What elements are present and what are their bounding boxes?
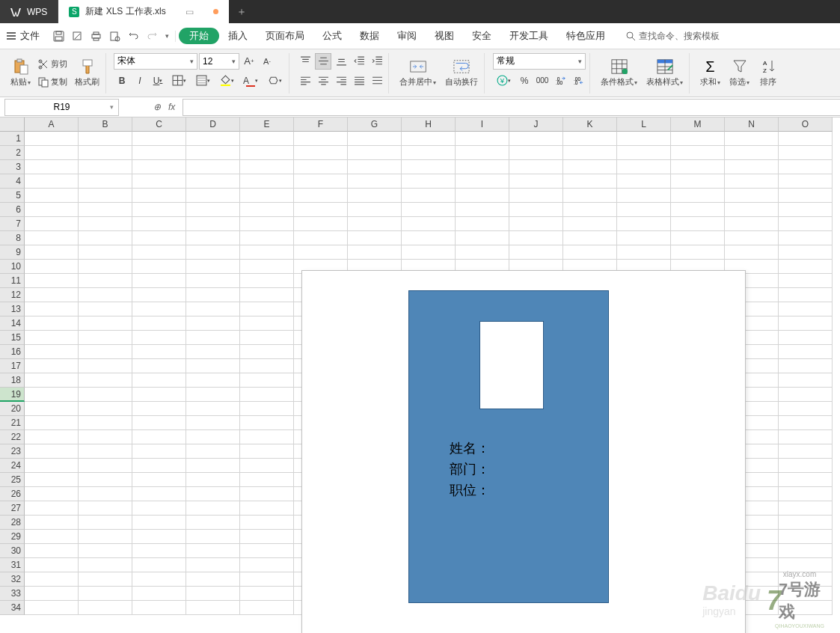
cell[interactable] <box>240 217 294 231</box>
cell[interactable] <box>402 203 456 217</box>
cell[interactable] <box>25 587 79 601</box>
cell[interactable] <box>240 487 294 501</box>
cell[interactable] <box>79 288 132 302</box>
cell[interactable] <box>563 217 617 231</box>
fx-icon[interactable]: fx <box>168 102 175 112</box>
cell[interactable] <box>563 189 617 203</box>
cell[interactable] <box>779 203 833 217</box>
cell[interactable] <box>563 160 617 174</box>
cell[interactable] <box>779 146 833 160</box>
cell[interactable] <box>456 160 509 174</box>
cell[interactable] <box>79 402 132 416</box>
cell[interactable] <box>617 132 671 146</box>
tab-data[interactable]: 数据 <box>351 23 388 49</box>
cell[interactable] <box>186 274 240 288</box>
cell[interactable] <box>294 245 348 260</box>
cell[interactable] <box>25 274 79 288</box>
cell[interactable] <box>509 160 563 174</box>
cell[interactable] <box>132 132 186 146</box>
cell[interactable] <box>563 231 617 245</box>
cell[interactable] <box>79 160 132 174</box>
cell[interactable] <box>25 516 79 530</box>
align-bottom-button[interactable] <box>333 53 349 70</box>
tab-developer[interactable]: 开发工具 <box>500 23 557 49</box>
cell[interactable] <box>132 189 186 203</box>
column-header[interactable]: I <box>456 117 509 132</box>
cell[interactable] <box>132 601 186 615</box>
cell[interactable] <box>348 174 402 189</box>
cell[interactable] <box>617 174 671 189</box>
cell[interactable] <box>240 316 294 331</box>
cell[interactable] <box>25 373 79 388</box>
cell[interactable] <box>779 359 833 373</box>
cell[interactable] <box>25 430 79 444</box>
cell-shading-button[interactable]: ▾ <box>191 73 214 89</box>
cell[interactable] <box>186 516 240 530</box>
cell[interactable] <box>294 160 348 174</box>
row-header[interactable]: 15 <box>0 331 25 345</box>
cell[interactable] <box>132 473 186 487</box>
cell[interactable] <box>671 189 725 203</box>
cell[interactable] <box>132 288 186 302</box>
cell[interactable] <box>240 160 294 174</box>
row-header[interactable]: 14 <box>0 316 25 331</box>
wrap-text-button[interactable]: 自动换行 <box>442 57 481 89</box>
cell[interactable] <box>186 217 240 231</box>
cell[interactable] <box>132 416 186 430</box>
cell[interactable] <box>186 601 240 615</box>
new-tab-button[interactable]: ＋ <box>236 5 247 19</box>
row-header[interactable]: 28 <box>0 516 25 530</box>
cell[interactable] <box>132 516 186 530</box>
cell[interactable] <box>671 174 725 189</box>
cell[interactable] <box>79 359 132 373</box>
cell[interactable] <box>132 388 186 402</box>
cell[interactable] <box>563 132 617 146</box>
cell[interactable] <box>25 288 79 302</box>
cell[interactable] <box>240 359 294 373</box>
row-header[interactable]: 10 <box>0 260 25 274</box>
merge-center-button[interactable]: 合并居中 <box>396 57 439 89</box>
cell[interactable] <box>779 260 833 274</box>
cell[interactable] <box>402 160 456 174</box>
cell[interactable] <box>402 146 456 160</box>
id-card-shape[interactable]: 姓名： 部门： 职位： <box>408 290 609 603</box>
column-header[interactable]: J <box>509 117 563 132</box>
row-header[interactable]: 13 <box>0 302 25 316</box>
cell[interactable] <box>294 174 348 189</box>
row-header[interactable]: 7 <box>0 217 25 231</box>
filter-button[interactable]: 筛选 <box>726 57 752 89</box>
cell[interactable] <box>79 530 132 544</box>
cell[interactable] <box>79 189 132 203</box>
paste-button[interactable]: 粘贴 <box>7 57 34 89</box>
row-header[interactable]: 5 <box>0 189 25 203</box>
cell[interactable] <box>25 558 79 572</box>
cell[interactable] <box>509 132 563 146</box>
row-header[interactable]: 30 <box>0 544 25 558</box>
cell[interactable] <box>294 146 348 160</box>
cell[interactable] <box>186 345 240 359</box>
fill-color-button[interactable]: ▾ <box>215 73 238 89</box>
redo-button[interactable] <box>147 31 158 42</box>
row-header[interactable]: 20 <box>0 402 25 416</box>
cell[interactable] <box>240 174 294 189</box>
cell[interactable] <box>79 245 132 260</box>
cell[interactable] <box>186 430 240 444</box>
cell[interactable] <box>402 132 456 146</box>
row-header[interactable]: 25 <box>0 473 25 487</box>
cell[interactable] <box>79 601 132 615</box>
cell[interactable] <box>240 587 294 601</box>
cell[interactable] <box>294 189 348 203</box>
cell[interactable] <box>79 416 132 430</box>
column-header[interactable]: F <box>294 117 348 132</box>
cell[interactable] <box>25 217 79 231</box>
row-header[interactable]: 8 <box>0 231 25 245</box>
clear-format-button[interactable]: ▾ <box>263 73 286 89</box>
cell[interactable] <box>240 373 294 388</box>
row-header[interactable]: 19 <box>0 388 25 402</box>
cell[interactable] <box>779 302 833 316</box>
cell[interactable] <box>779 245 833 260</box>
row-header[interactable]: 27 <box>0 501 25 516</box>
cell[interactable] <box>294 231 348 245</box>
tab-view[interactable]: 视图 <box>426 23 463 49</box>
cell[interactable] <box>186 473 240 487</box>
